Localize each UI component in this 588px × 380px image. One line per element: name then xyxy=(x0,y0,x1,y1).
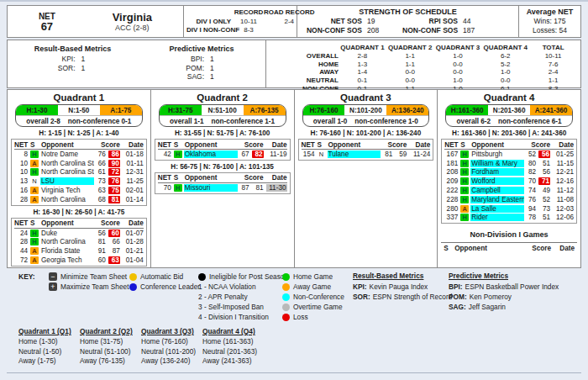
neutral-range: N:1-50 xyxy=(58,105,100,115)
quadrant-ranges-pill: H:76-160 N:101-200 A:136-240 overall 1-0… xyxy=(302,104,430,127)
game-opponent: Oklahoma xyxy=(184,150,238,158)
opponent-score: 56 xyxy=(538,150,550,158)
rpi-sos-label: RPI SOS xyxy=(402,17,463,26)
game-row: 222HCampbell744911-12 xyxy=(444,186,574,195)
col-site: S xyxy=(460,141,470,149)
quadrant-overall-record: overall 1-1 xyxy=(170,118,204,125)
game-date: 01-18 xyxy=(123,150,144,158)
col-site: S xyxy=(30,219,40,227)
game-net-rank: 42 xyxy=(158,150,171,158)
quadrant-title: Quadrant 3 xyxy=(298,92,434,103)
quadrant-3-panel: Quadrant 3 H:76-160 N:101-200 A:136-240 … xyxy=(295,90,438,267)
col-opponent: Opponent xyxy=(470,141,524,149)
bpi-label: BPI: xyxy=(138,55,204,64)
quad-summary-row-label: NEUTRAL xyxy=(266,77,339,85)
key-item-label: Overtime Game xyxy=(293,303,343,311)
quadrant-definition-line: Home (76-160) xyxy=(141,337,202,347)
home-range: H:31-75 xyxy=(160,105,202,115)
quadrant-1-panel: Quadrant 1 H:1-30 N:1-50 A:1-75 overall … xyxy=(8,90,151,267)
game-net-rank: 167 xyxy=(444,150,458,158)
loss-dot xyxy=(282,314,290,321)
opponent-score: 49 xyxy=(538,187,550,194)
team-score: 56 xyxy=(94,230,106,237)
game-net-rank: 24 xyxy=(14,230,28,237)
key-item: Loss xyxy=(282,312,353,322)
key-item-label: Conference Leader xyxy=(140,282,200,291)
quad-summary-value: 1-1 xyxy=(386,52,434,61)
col-score: Score xyxy=(524,141,550,149)
quadrant-definition-title: Quadrant 3 (Q3) xyxy=(141,327,202,335)
quadrant-ranges-pill: H:1-30 N:1-50 A:1-75 overall 2-8 non-con… xyxy=(15,104,143,127)
game-row: 28HNorth Carolina816601-28 xyxy=(14,238,144,247)
quadrant-nonconf-record: non-conference 0-1 xyxy=(68,118,132,125)
key-note: 2 - APR Penalty xyxy=(198,292,282,302)
neutral-marker: N xyxy=(318,150,326,158)
key-item-label: Automatic Bid xyxy=(140,272,183,281)
game-opponent: Georgia Tech xyxy=(40,256,94,264)
key-item: Automatic Bid xyxy=(129,272,198,282)
col-site: S xyxy=(444,245,454,252)
game-date: 12-06 xyxy=(553,214,574,221)
game-date: 01-21 xyxy=(123,247,144,255)
game-date: 01-25 xyxy=(553,150,574,158)
metric-row: POM: 1 xyxy=(138,64,265,73)
range-subheader: H: 16-30 | N: 26-50 | A: 41-75 xyxy=(11,208,147,216)
neutral-marker: N xyxy=(30,177,39,185)
quad-summary-value: 0-0 xyxy=(481,77,529,85)
game-net-rank: 28 xyxy=(14,238,28,245)
key-note: 1 - NCAA Violation xyxy=(198,282,282,292)
col-score: Score xyxy=(525,245,551,252)
nonconf-net-sos-value: 208 xyxy=(367,26,402,35)
games-table-header: S Opponent Score Date xyxy=(444,244,575,253)
div1-nonconf-label: DIV I NON-CONF xyxy=(186,26,234,35)
quadrant-definition-title: Quadrant 2 (Q2) xyxy=(80,327,141,335)
col-opponent: Opponent xyxy=(40,141,94,149)
home-badge: H xyxy=(460,187,469,194)
away-range: A:1-75 xyxy=(100,105,142,115)
game-date: 11-24 xyxy=(409,150,430,158)
quad-summary-row: OVERALL2-81-11-06-210-11 xyxy=(266,52,577,61)
games-table: NETSOpponentScoreDate8HNotre Dame768601-… xyxy=(11,139,147,206)
game-date: 12-31 xyxy=(123,168,144,176)
away-range: A:136-240 xyxy=(386,105,428,115)
game-site: H xyxy=(460,187,470,194)
game-row: 154NTulane815911-24 xyxy=(302,150,431,159)
net-rank-value: 67 xyxy=(39,22,55,32)
quadrant-ranges-pill: H:31-75 N:51-100 A:76-135 overall 1-1 no… xyxy=(159,104,286,127)
quad-summary-row: HOME1-31-10-05-27-6 xyxy=(266,61,577,69)
key-item: Non-Conference xyxy=(282,292,353,302)
game-site: A xyxy=(30,196,40,203)
quad-summary-value: 7-6 xyxy=(529,61,577,69)
game-row: 228HMaryland Eastern Shore765211-08 xyxy=(444,195,574,204)
sos-title: STRENGTH OF SCHEDULE xyxy=(300,8,516,17)
home-badge: H xyxy=(30,230,39,237)
game-opponent: Tulane xyxy=(328,150,381,158)
game-date: 01-11 xyxy=(123,160,144,167)
game-row: 70HMissouri878111-30 xyxy=(158,183,287,193)
team-score: 52 xyxy=(524,150,536,158)
quad-summary-value: 0-0 xyxy=(386,77,434,85)
home-badge: H xyxy=(174,150,182,158)
col-date: Date xyxy=(266,174,287,182)
game-site: H xyxy=(30,238,40,245)
quadrant-4-header: QUADRANT 4 xyxy=(481,44,529,52)
away-range: A:76-135 xyxy=(244,105,286,115)
quad-summary-value: 1-3 xyxy=(339,61,386,69)
key-item: +Maximize Team Sheet xyxy=(49,282,129,292)
pom-label: POM: xyxy=(138,64,204,73)
quadrant-definition-line: Home (1-30) xyxy=(18,337,80,347)
team-name: Virginia xyxy=(113,11,152,24)
record-cell: RECORD ROAD RECORD DIV I ONLY 10-11 2-4 … xyxy=(184,6,297,37)
games-table-header: NETSOpponentScoreDate xyxy=(14,219,144,229)
key-label: KEY: xyxy=(18,272,49,322)
col-opponent: Opponent xyxy=(328,141,381,149)
quadrant-definition: Quadrant 1 (Q1)Home (1-30)Neutral (1-50)… xyxy=(18,327,80,367)
quadrant-2-panel: Quadrant 2 H:31-75 N:51-100 A:76-135 ove… xyxy=(151,90,295,267)
col-net: NET xyxy=(302,141,315,149)
game-date: 11-15 xyxy=(553,160,574,167)
team-score: 94 xyxy=(524,205,536,213)
game-row: 72AGeorgia Tech606301-04 xyxy=(14,256,144,265)
non-conference-dot xyxy=(282,293,290,301)
key-item-label: Away Game xyxy=(293,282,331,291)
div1-only-label: DIV I ONLY xyxy=(186,18,234,27)
